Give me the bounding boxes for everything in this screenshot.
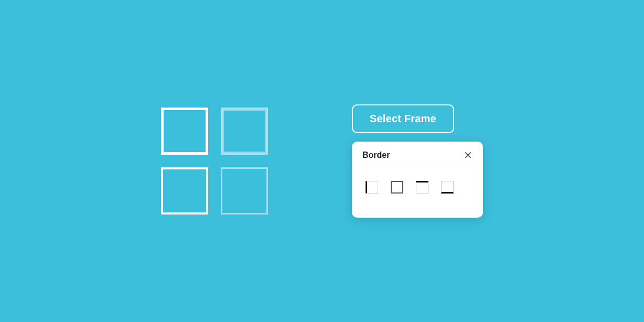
border-panel: Border ✕ <box>352 142 483 218</box>
frame-top-left[interactable] <box>161 108 208 155</box>
frame-bottom-right[interactable] <box>221 167 268 214</box>
left-border-icon <box>366 181 378 194</box>
frame-top-right[interactable] <box>221 108 268 155</box>
border-options <box>362 178 473 197</box>
border-option-bottom[interactable] <box>438 178 457 197</box>
select-frame-button[interactable]: Select Frame <box>352 104 454 133</box>
main-container: Select Frame Border ✕ <box>161 104 483 218</box>
border-panel-body <box>352 167 483 218</box>
border-option-top[interactable] <box>413 178 432 197</box>
frames-grid <box>161 108 268 214</box>
close-button[interactable]: ✕ <box>464 150 473 160</box>
border-option-left[interactable] <box>362 178 381 197</box>
bottom-border-icon <box>441 181 454 194</box>
border-panel-title: Border <box>362 151 390 160</box>
border-option-all[interactable] <box>388 178 406 197</box>
right-panel: Select Frame Border ✕ <box>352 104 483 218</box>
top-border-icon <box>416 181 428 194</box>
border-panel-header: Border ✕ <box>352 142 483 167</box>
frame-bottom-left[interactable] <box>161 167 208 214</box>
all-borders-icon <box>391 181 403 194</box>
